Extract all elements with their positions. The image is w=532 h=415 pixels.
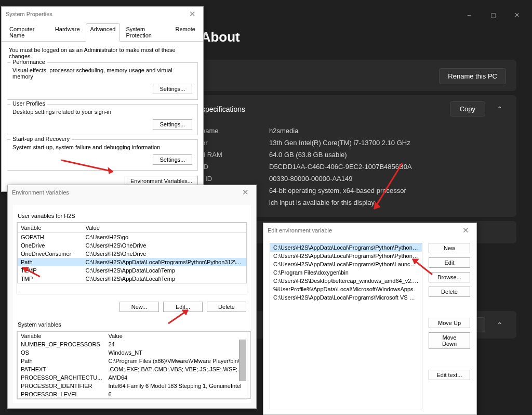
browse-button[interactable]: Browse... [429,272,470,282]
spec-label: or [202,139,269,147]
var-value: C:\Users\H2S\OneDrive [83,241,247,250]
path-entry[interactable]: C:\Users\H2S\AppData\Local\Programs\Pyth… [270,243,422,252]
var-name: PROCESSOR_ARCHITECTU... [18,373,105,382]
table-row[interactable]: GOPATHC:\Users\H2S\go [18,233,247,242]
performance-legend: Performance [10,59,47,65]
close-icon[interactable]: ✕ [459,226,472,235]
close-icon[interactable]: ✕ [186,9,199,19]
close-icon[interactable]: ✕ [239,188,252,197]
var-name: Variable [18,332,105,341]
var-name: Path [18,258,83,266]
perf-settings-button[interactable]: Settings... [153,84,192,94]
chevron-up-icon[interactable]: ⌃ [493,318,507,332]
sysprops-title: System Properties [6,11,52,17]
breadcrumb: › About [191,29,516,45]
profiles-settings-button[interactable]: Settings... [153,119,192,129]
minimize-button[interactable]: – [457,7,481,23]
var-name: OneDrive [18,241,83,250]
startup-text: System start-up, system failure and debu… [12,144,192,150]
spec-label: d RAM [202,151,269,159]
profiles-text: Desktop settings related to your sign-in [12,109,192,115]
startup-legend: Start-up and Recovery [10,136,72,142]
user-delete-button[interactable]: Delete [207,302,246,312]
system-vars-table[interactable]: VariableValueNUMBER_OF_PROCESSORS24OSWin… [17,331,251,399]
var-name: GOPATH [18,233,83,242]
table-row[interactable]: PathC:\Users\H2S\AppData\Local\Programs\… [18,258,247,266]
spec-value: ich input is available for this display [269,199,375,206]
table-row[interactable]: OneDriveConsumerC:\Users\H2S\OneDrive [18,250,247,258]
startup-recovery-group: Start-up and Recovery System start-up, s… [7,139,198,171]
table-row[interactable]: PathC:\Program Files (x86)\VMware\VMware… [18,357,251,365]
var-name: Path [18,357,105,365]
tab-computer-name[interactable]: Computer Name [5,23,49,41]
maximize-button[interactable]: ▢ [481,7,505,23]
spec-value: 13th Gen Intel(R) Core(TM) i7-13700 2.10… [269,139,410,147]
editenv-title: Edit environment variable [268,227,332,234]
var-value: .COM;.EXE;.BAT;.CMD;.VBS;.VBE;.JS;.JSE;.… [105,365,250,373]
var-name: OS [18,348,105,357]
table-row[interactable]: TEMPC:\Users\H2S\AppData\Local\Temp [18,266,247,275]
device-spec-heading: specifications [202,105,245,113]
sys-vars-label: System variables [18,321,247,328]
table-row[interactable]: OSWindows_NT [18,348,251,357]
page-title: About [201,29,240,45]
profiles-legend: User Profiles [10,100,47,107]
edit-environment-variable-dialog: Edit environment variable ✕ C:\Users\H2S… [263,223,477,415]
scrollbar-thumb[interactable] [239,340,246,381]
table-row[interactable]: PATHEXT.COM;.EXE;.BAT;.CMD;.VBS;.VBE;.JS… [18,365,251,373]
environment-variables-dialog: Environment Variables ✕ User variables f… [7,185,257,409]
var-value: 6 [105,390,250,399]
table-row[interactable]: PROCESSOR_ARCHITECTU...AMD64 [18,373,251,382]
table-row[interactable]: NUMBER_OF_PROCESSORS24 [18,340,251,348]
edit-entry-button[interactable]: Edit [429,257,470,268]
chevron-up-icon[interactable]: ⌃ [493,102,507,116]
user-vars-label: User variables for H2S [18,213,247,219]
startup-settings-button[interactable]: Settings... [153,154,192,165]
spec-row: or13th Gen Intel(R) Core(TM) i7-13700 2.… [202,137,506,149]
path-entry[interactable]: C:\Users\H2S\AppData\Local\Programs\Pyth… [270,252,422,260]
spec-row: t ID00330-80000-00000-AA149 [202,173,506,185]
user-profiles-group: User Profiles Desktop settings related t… [7,104,198,135]
path-entry[interactable]: C:\Users\H2S\AppData\Local\Programs\Pyth… [270,260,422,268]
table-row[interactable]: PROCESSOR_LEVEL6 [18,390,251,399]
user-vars-table[interactable]: Variable Value GOPATHC:\Users\H2S\goOneD… [17,223,247,283]
move-down-button[interactable]: Move Down [429,332,470,349]
rename-pc-button[interactable]: Rename this PC [439,68,506,84]
sysprops-titlebar: System Properties ✕ [2,7,203,21]
table-row[interactable]: OneDriveC:\Users\H2S\OneDrive [18,241,247,250]
edit-text-button[interactable]: Edit text... [429,370,470,380]
close-button[interactable]: ✕ [505,7,529,23]
path-entry[interactable]: %UserProfile%\AppData\Local\Microsoft\Wi… [270,285,422,293]
var-name: PROCESSOR_LEVEL [18,390,105,399]
spec-label: name [202,127,269,135]
user-edit-button[interactable]: Edit... [163,302,203,312]
spec-row: nameh2smedia [202,125,506,137]
var-name: PROCESSOR_IDENTIFIER [18,382,105,390]
path-entry[interactable]: C:\Users\H2S\AppData\Local\Programs\Micr… [270,293,422,302]
copy-button[interactable]: Copy [450,101,485,116]
spec-value: 00330-80000-00000-AA149 [269,175,352,183]
path-entries-list[interactable]: C:\Users\H2S\AppData\Local\Programs\Pyth… [270,243,422,409]
tab-remote[interactable]: Remote [170,23,200,41]
path-entry[interactable]: C:\Users\H2S\Desktop\bettercap_windows_a… [270,277,422,285]
spec-value: D5CDD1AA-C46D-406C-9EC2-1007B4856B0A [269,163,412,171]
delete-entry-button[interactable]: Delete [429,287,470,297]
table-row[interactable]: TMPC:\Users\H2S\AppData\Local\Temp [18,275,247,283]
table-row[interactable]: PROCESSOR_IDENTIFIERIntel64 Family 6 Mod… [18,382,251,390]
spec-label: ID [202,163,269,171]
spec-value: 64.0 GB (63.8 GB usable) [269,151,347,159]
envvars-titlebar: Environment Variables ✕ [8,185,256,200]
var-value: AMD64 [105,373,250,382]
new-entry-button[interactable]: New [429,243,470,253]
var-value: C:\Users\H2S\AppData\Local\Programs\Pyth… [83,258,247,266]
tab-hardware[interactable]: Hardware [50,23,85,41]
table-header: VariableValue [18,332,251,341]
move-up-button[interactable]: Move Up [429,318,470,328]
path-entry[interactable]: C:\Program Files\doxygen\bin [270,268,422,277]
envvars-title: Environment Variables [12,189,69,196]
var-name: PATHEXT [18,365,105,373]
tab-advanced[interactable]: Advanced [86,23,121,42]
tab-system-protection[interactable]: System Protection [121,23,169,41]
user-new-button[interactable]: New... [119,302,159,312]
var-value: C:\Users\H2S\AppData\Local\Temp [83,266,247,275]
